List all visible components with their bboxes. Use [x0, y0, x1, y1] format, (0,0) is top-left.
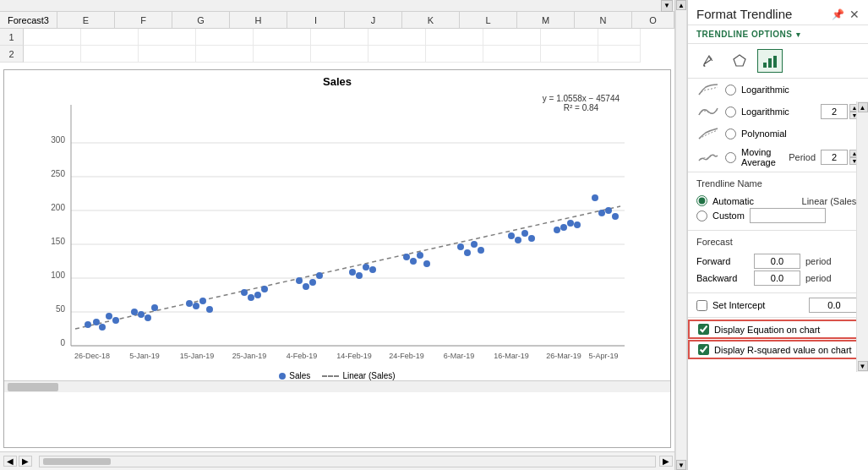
logarithmic-icon — [696, 81, 720, 98]
svg-point-59 — [598, 210, 605, 216]
svg-point-56 — [567, 220, 574, 227]
svg-line-16 — [75, 206, 620, 329]
scroll-arrow-down[interactable]: ▼ — [661, 0, 673, 12]
forecast-section: Forward period Backward period — [688, 249, 868, 291]
col-header-m[interactable]: M — [517, 12, 575, 28]
divider-3 — [688, 292, 868, 293]
power-option: Polynomial — [688, 123, 868, 145]
polynomial-order-spinner[interactable]: ▲ ▼ — [821, 104, 860, 119]
automatic-name-row: Automatic Linear (Sales) — [696, 195, 860, 206]
panel-scroll-down-btn[interactable]: ▼ — [858, 361, 868, 371]
custom-name-input[interactable] — [750, 208, 826, 223]
col-header-e[interactable]: E — [57, 12, 115, 28]
display-equation-label: Display Equation on chart — [714, 325, 820, 335]
panel-close-icons: 📌 ✕ — [832, 8, 860, 21]
svg-point-24 — [145, 314, 151, 321]
intercept-value-input[interactable] — [809, 298, 860, 313]
pin-icon[interactable]: 📌 — [832, 8, 844, 20]
panel-title: Format Trendline — [696, 7, 792, 21]
polynomial-option: Logarithmic ▲ ▼ — [688, 101, 868, 123]
forward-input[interactable] — [754, 254, 800, 269]
panel-scroll-up-btn[interactable]: ▲ — [858, 102, 868, 112]
close-panel-btn[interactable]: ✕ — [849, 8, 860, 21]
svg-text:26-Mar-19: 26-Mar-19 — [546, 352, 581, 360]
scroll-down-btn[interactable]: ▼ — [676, 460, 686, 470]
panel-vertical-scrollbar[interactable]: ▲ ▼ — [856, 101, 868, 372]
svg-text:15-Jan-19: 15-Jan-19 — [180, 352, 215, 360]
power-label: Polynomial — [741, 128, 860, 139]
display-equation-checkbox[interactable] — [698, 324, 709, 335]
dropdown-arrow-icon[interactable]: ▾ — [796, 30, 801, 39]
forward-period-label: period — [805, 256, 832, 266]
svg-point-55 — [560, 224, 567, 231]
chart-bar-icon — [762, 52, 778, 69]
svg-point-47 — [464, 249, 471, 256]
moving-average-period-spinner[interactable]: ▲ ▼ — [821, 150, 860, 165]
svg-text:14-Feb-19: 14-Feb-19 — [336, 352, 372, 360]
svg-point-25 — [151, 304, 158, 311]
custom-name-radio[interactable] — [696, 210, 707, 221]
power-radio[interactable] — [725, 128, 736, 139]
horizontal-scrollbar[interactable] — [39, 456, 656, 467]
automatic-name-radio[interactable] — [696, 195, 707, 206]
set-intercept-row: Set Intercept — [688, 295, 868, 315]
forecast-section-label: Forecast — [688, 232, 868, 249]
scroll-right-btn[interactable]: ▶ — [19, 456, 32, 467]
logarithmic-option: Logarithmic — [688, 79, 868, 101]
col-header-g[interactable]: G — [172, 12, 230, 28]
svg-point-50 — [508, 232, 515, 239]
forward-row: Forward period — [696, 254, 860, 269]
svg-point-58 — [592, 194, 598, 201]
svg-text:250: 250 — [51, 169, 65, 178]
paint-bucket-btn[interactable] — [696, 49, 722, 73]
name-box[interactable]: Forecast3 — [0, 12, 57, 28]
divider-2 — [688, 230, 868, 231]
svg-point-34 — [296, 277, 303, 284]
col-header-l[interactable]: L — [460, 12, 517, 28]
trendline-options: Logarithmic Logarithmic ▲ ▼ — [688, 79, 868, 376]
scroll-left-btn[interactable]: ◀ — [3, 456, 17, 467]
svg-text:200: 200 — [51, 203, 65, 212]
col-header-f[interactable]: F — [115, 12, 172, 28]
svg-point-41 — [369, 266, 376, 273]
scroll-right-end-btn[interactable]: ▶ — [659, 456, 673, 467]
panel-scroll-area[interactable]: Logarithmic Logarithmic ▲ ▼ — [688, 79, 868, 470]
divider-1 — [688, 172, 868, 172]
legend-linear-dash — [322, 375, 339, 377]
scroll-thumb[interactable] — [8, 383, 58, 391]
effects-btn[interactable] — [727, 49, 752, 73]
chart-area[interactable]: Sales y = 1.0558x − 45744 R² = 0.84 0 50… — [3, 69, 671, 448]
col-header-h[interactable]: H — [230, 12, 287, 28]
svg-point-31 — [248, 294, 254, 301]
svg-text:25-Jan-19: 25-Jan-19 — [232, 352, 267, 360]
col-header-i[interactable]: I — [287, 12, 345, 28]
backward-period-label: period — [805, 273, 832, 283]
trendline-options-header: TRENDLINE OPTIONS ▾ — [688, 25, 868, 44]
svg-point-22 — [131, 309, 138, 315]
col-header-j[interactable]: J — [345, 12, 402, 28]
scroll-up-btn[interactable]: ▲ — [676, 0, 686, 10]
moving-average-radio[interactable] — [725, 152, 736, 163]
col-header-o[interactable]: O — [632, 12, 674, 28]
set-intercept-checkbox[interactable] — [696, 300, 707, 311]
logarithmic-radio[interactable] — [725, 85, 736, 96]
bottom-padding — [688, 359, 868, 376]
col-header-k[interactable]: K — [402, 12, 460, 28]
column-headers: Forecast3 E F G H I J K L M N O — [0, 12, 674, 29]
set-intercept-label: Set Intercept — [712, 300, 765, 310]
backward-input[interactable] — [754, 271, 800, 286]
moving-average-icon — [696, 149, 720, 166]
svg-point-37 — [316, 272, 323, 279]
trendline-name-section: Automatic Linear (Sales) Custom — [688, 190, 868, 228]
trendline-options-btn[interactable] — [757, 49, 783, 73]
chart-horizontal-scrollbar[interactable] — [4, 380, 670, 392]
polynomial-order-input[interactable] — [821, 104, 848, 119]
vertical-scrollbar[interactable]: ▲ ▼ — [675, 0, 687, 470]
polynomial-radio[interactable] — [725, 107, 736, 118]
col-header-n[interactable]: N — [575, 12, 632, 28]
display-rsquared-checkbox[interactable] — [698, 344, 709, 355]
svg-point-21 — [112, 317, 119, 324]
svg-point-57 — [574, 221, 581, 228]
row-1: 1 — [0, 29, 674, 46]
moving-average-period-input[interactable] — [821, 150, 848, 165]
